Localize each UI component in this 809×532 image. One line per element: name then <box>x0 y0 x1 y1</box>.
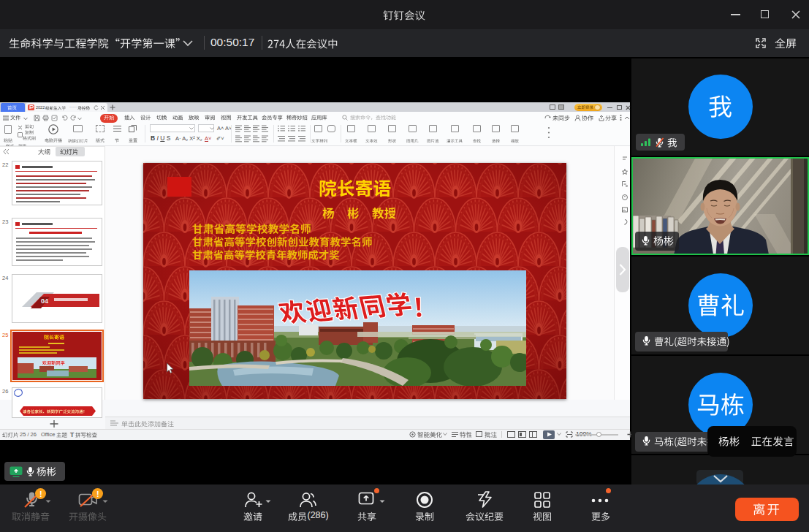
svg-text:04: 04 <box>41 297 48 305</box>
